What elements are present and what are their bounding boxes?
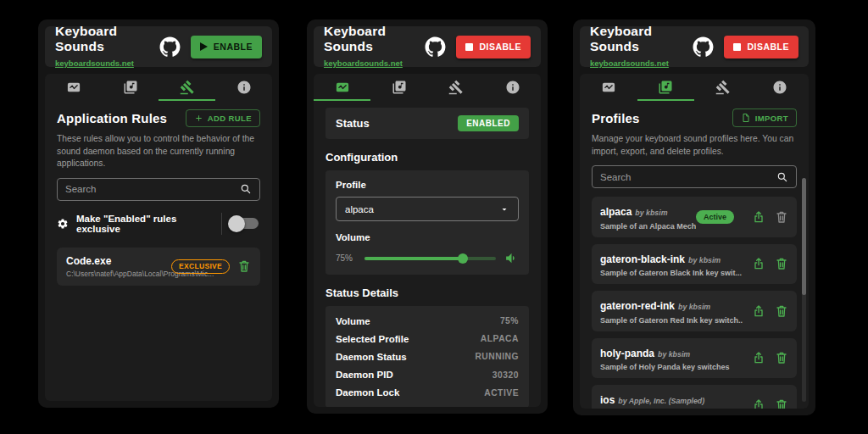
delete-rule-button[interactable]	[237, 259, 251, 273]
search-input[interactable]	[600, 172, 776, 182]
active-tab-indicator	[637, 99, 695, 101]
website-link[interactable]: keyboardsounds.net	[590, 58, 669, 68]
configuration-heading: Configuration	[326, 151, 529, 164]
tab-profiles[interactable]	[637, 74, 695, 101]
tab-about[interactable]	[752, 74, 810, 101]
import-file-icon	[741, 113, 751, 123]
github-icon[interactable]	[425, 36, 446, 58]
import-button[interactable]: IMPORT	[732, 108, 797, 127]
divider	[221, 213, 222, 235]
app-header: Keyboard Sounds keyboardsounds.net DISAB…	[314, 26, 541, 67]
detail-row-selected-profile: Selected Profile ALPACA	[336, 330, 519, 348]
speaker-icon[interactable]	[504, 251, 519, 265]
active-badge: Active	[696, 210, 734, 224]
delete-profile-button[interactable]	[775, 351, 788, 364]
panel-profiles: Keyboard Sounds keyboardsounds.net DISAB…	[573, 19, 815, 415]
profiles-scrollbar[interactable]	[802, 178, 806, 402]
profile-description: Sample of Gateron Black Ink key swit...	[600, 269, 743, 277]
tab-rules[interactable]	[427, 74, 484, 101]
tab-status[interactable]	[45, 74, 102, 101]
profile-item-holy-panda: holy-pandaby kbsim Sample of Holy Panda …	[592, 338, 797, 379]
scrollbar-thumb[interactable]	[802, 178, 806, 295]
volume-slider-thumb[interactable]	[458, 253, 468, 264]
panel-application-rules: Keyboard Sounds keyboardsounds.net ENABL…	[38, 19, 279, 408]
status-card: Status ENABLED	[326, 108, 529, 139]
rule-name: Code.exe	[66, 255, 164, 267]
rules-search	[57, 178, 260, 201]
export-icon	[752, 257, 765, 270]
status-details-card: Volume 75% Selected Profile ALPACA Daemo…	[326, 306, 529, 407]
github-icon[interactable]	[693, 36, 714, 58]
tab-profiles[interactable]	[102, 74, 159, 101]
tab-rules[interactable]	[694, 74, 752, 101]
profile-author: by kbsim	[658, 350, 690, 359]
export-profile-button[interactable]	[752, 351, 765, 364]
profile-select[interactable]: alpaca	[336, 197, 519, 221]
website-link[interactable]: keyboardsounds.net	[324, 58, 403, 68]
export-profile-button[interactable]	[752, 398, 765, 409]
play-icon	[200, 42, 208, 51]
disable-button[interactable]: DISABLE	[456, 36, 531, 58]
tab-status[interactable]	[314, 74, 370, 101]
active-tab-indicator	[314, 99, 370, 101]
panel-status: Keyboard Sounds keyboardsounds.net DISAB…	[307, 19, 548, 414]
delete-profile-button[interactable]	[775, 398, 788, 409]
export-profile-button[interactable]	[752, 257, 765, 270]
stop-icon	[465, 43, 473, 51]
status-details-heading: Status Details	[326, 287, 529, 299]
tab-bar	[45, 74, 272, 101]
trash-icon	[775, 398, 788, 409]
plus-icon	[194, 114, 203, 123]
export-icon	[752, 304, 765, 318]
status-tab-content: Status ENABLED Configuration Profile alp…	[314, 74, 541, 407]
disable-button[interactable]: DISABLE	[724, 36, 798, 58]
profile-name: alpaca	[600, 206, 632, 218]
profile-author: by Apple, Inc. (Sampled)	[618, 397, 704, 405]
export-icon	[752, 351, 765, 364]
volume-slider[interactable]	[364, 253, 496, 264]
profile-select-value: alpaca	[345, 204, 499, 214]
website-link[interactable]: keyboardsounds.net	[55, 58, 134, 68]
tab-profiles[interactable]	[370, 74, 427, 101]
profile-name: ios	[600, 394, 615, 406]
delete-profile-button[interactable]	[775, 304, 788, 318]
tab-about[interactable]	[215, 74, 272, 101]
detail-row-volume: Volume 75%	[336, 312, 519, 330]
exclusive-toggle[interactable]	[231, 218, 259, 229]
delete-profile-button[interactable]	[775, 210, 788, 224]
profile-label: Profile	[336, 180, 519, 190]
rule-path: C:\Users\natef\AppData\Local\Programs\Mi…	[66, 270, 164, 278]
export-icon	[752, 210, 765, 224]
export-icon	[752, 398, 765, 409]
detail-row-daemon-pid: Daemon PID 30320	[336, 366, 519, 384]
search-input[interactable]	[65, 184, 240, 194]
enable-button[interactable]: ENABLE	[191, 36, 262, 58]
status-label: Status	[336, 117, 370, 130]
stop-icon	[733, 43, 741, 51]
tab-rules[interactable]	[159, 74, 215, 101]
delete-profile-button[interactable]	[775, 257, 788, 270]
profile-description: Sample of Holy Panda key switches	[600, 363, 743, 371]
search-icon[interactable]	[776, 171, 788, 183]
status-tab-icon	[335, 80, 350, 95]
tab-about[interactable]	[484, 74, 541, 101]
rules-tab-icon	[715, 80, 731, 95]
profile-author: by kbsim	[688, 256, 721, 264]
export-profile-button[interactable]	[752, 304, 765, 318]
tab-bar	[580, 74, 809, 101]
add-rule-button[interactable]: ADD RULE	[186, 109, 260, 127]
rules-tab-content: Application Rules ADD RULE These rules a…	[45, 74, 272, 401]
export-profile-button[interactable]	[752, 210, 765, 224]
detail-row-daemon-lock: Daemon Lock ACTIVE	[336, 384, 519, 402]
github-icon[interactable]	[159, 36, 181, 58]
search-icon[interactable]	[240, 183, 252, 195]
profile-item-alpaca: alpacaby kbsim Sample of an Alpaca Mecha…	[592, 197, 797, 237]
profile-description: Sample of Gateron Red Ink key switch...	[600, 316, 743, 325]
profile-author: by kbsim	[678, 303, 710, 311]
app-title: Keyboard Sounds	[590, 24, 693, 54]
status-tab-icon	[66, 80, 81, 95]
profile-list: alpacaby kbsim Sample of an Alpaca Mecha…	[592, 197, 797, 409]
profile-author: by kbsim	[635, 209, 667, 217]
tab-status[interactable]	[580, 74, 637, 101]
status-tab-icon	[601, 80, 616, 95]
